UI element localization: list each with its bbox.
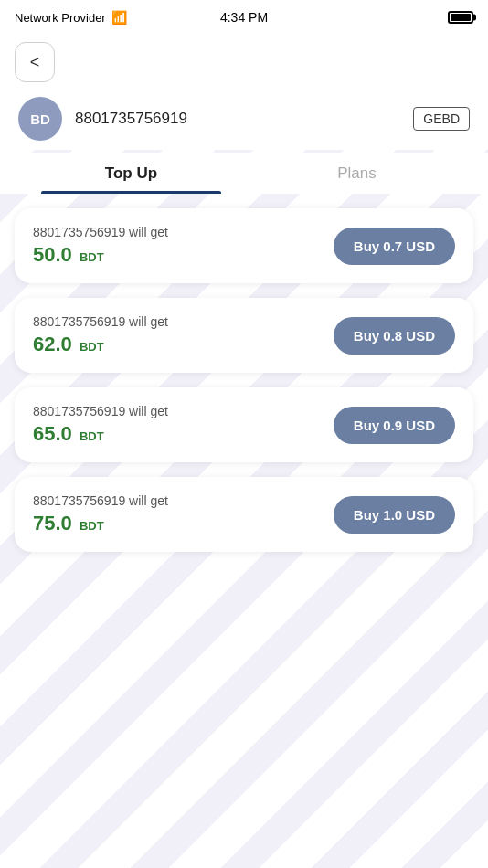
- offer-info-2: 8801735756919 will get 65.0 BDT: [33, 404, 168, 446]
- wifi-icon: 📶: [111, 10, 127, 25]
- offer-info-0: 8801735756919 will get 50.0 BDT: [33, 225, 168, 267]
- offer-amount-2: 65.0 BDT: [33, 422, 168, 446]
- offer-will-get-2: 8801735756919 will get: [33, 404, 168, 418]
- buy-button-2[interactable]: Buy 0.9 USD: [334, 407, 455, 444]
- battery-fill: [451, 14, 471, 21]
- offer-amount-0: 50.0 BDT: [33, 243, 168, 267]
- page-content: Network Provider 📶 4:34 PM < BD 88017357…: [0, 0, 488, 868]
- offer-info-3: 8801735756919 will get 75.0 BDT: [33, 493, 168, 535]
- offers-list: 8801735756919 will get 50.0 BDT Buy 0.7 …: [0, 194, 488, 570]
- buy-button-1[interactable]: Buy 0.8 USD: [334, 317, 455, 355]
- offer-will-get-3: 8801735756919 will get: [33, 493, 168, 508]
- offer-unit-2: BDT: [80, 429, 104, 443]
- avatar-initials: BD: [30, 111, 50, 127]
- currency-badge: GEBD: [413, 107, 470, 131]
- tab-plans[interactable]: Plans: [244, 153, 470, 194]
- offer-card: 8801735756919 will get 75.0 BDT Buy 1.0 …: [15, 477, 473, 552]
- network-provider-label: Network Provider: [15, 11, 106, 25]
- status-left: Network Provider 📶: [15, 10, 127, 25]
- phone-header: BD 8801735756919 GEBD: [0, 88, 488, 150]
- offer-unit-0: BDT: [80, 250, 104, 264]
- status-right: [448, 11, 473, 24]
- offer-card: 8801735756919 will get 65.0 BDT Buy 0.9 …: [15, 387, 473, 462]
- tab-top-up[interactable]: Top Up: [18, 153, 244, 194]
- status-time: 4:34 PM: [220, 10, 268, 25]
- offer-amount-1: 62.0 BDT: [33, 333, 168, 356]
- offer-info-1: 8801735756919 will get 62.0 BDT: [33, 314, 168, 356]
- phone-number: 8801735756919: [75, 110, 400, 128]
- tabs-container: Top Up Plans: [0, 153, 488, 194]
- offer-unit-3: BDT: [80, 519, 104, 533]
- back-button-area: <: [0, 33, 488, 88]
- avatar: BD: [18, 97, 62, 141]
- offer-card: 8801735756919 will get 50.0 BDT Buy 0.7 …: [15, 208, 473, 283]
- battery-icon: [448, 11, 473, 24]
- offer-amount-3: 75.0 BDT: [33, 512, 168, 535]
- offer-will-get-0: 8801735756919 will get: [33, 225, 168, 239]
- offer-unit-1: BDT: [80, 340, 104, 354]
- status-bar: Network Provider 📶 4:34 PM: [0, 0, 488, 33]
- buy-button-3[interactable]: Buy 1.0 USD: [334, 496, 455, 534]
- offer-will-get-1: 8801735756919 will get: [33, 314, 168, 329]
- back-icon: <: [30, 53, 40, 72]
- offer-card: 8801735756919 will get 62.0 BDT Buy 0.8 …: [15, 298, 473, 373]
- back-button[interactable]: <: [15, 42, 55, 82]
- buy-button-0[interactable]: Buy 0.7 USD: [334, 228, 455, 265]
